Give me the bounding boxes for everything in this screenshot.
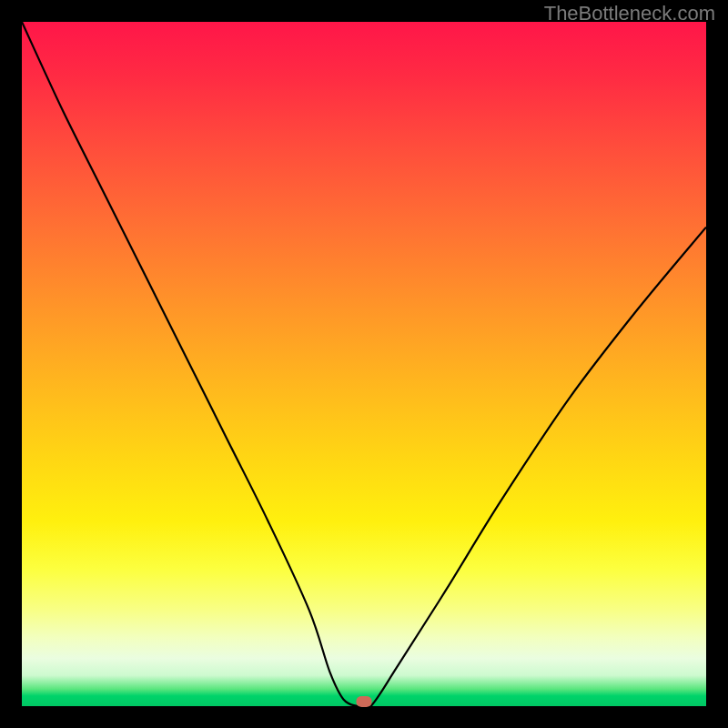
watermark-text: TheBottleneck.com <box>544 2 715 25</box>
minimum-marker <box>357 696 372 707</box>
curve-svg <box>22 22 706 706</box>
plot-area <box>22 22 706 706</box>
chart-frame: TheBottleneck.com <box>0 0 728 728</box>
bottleneck-curve-path <box>22 22 706 710</box>
